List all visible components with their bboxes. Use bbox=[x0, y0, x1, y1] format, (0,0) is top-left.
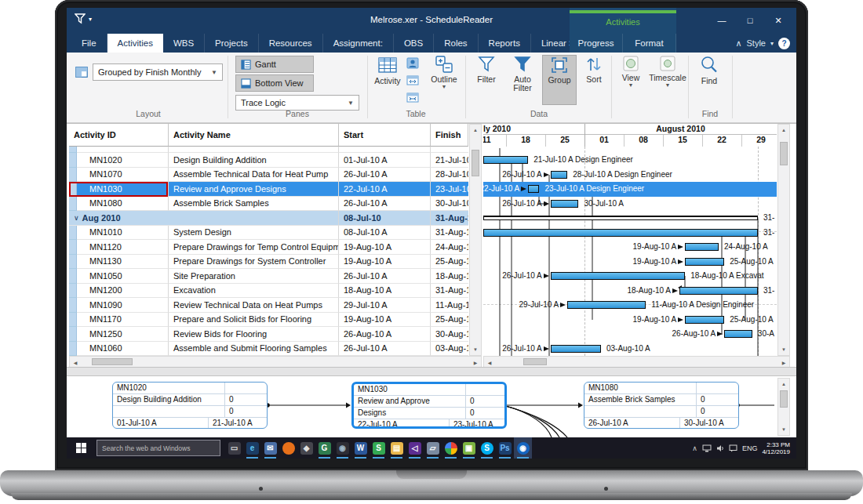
ribbon-tab-obs[interactable]: OBS bbox=[394, 34, 434, 53]
table-row[interactable]: MN1130Prepare Drawings for System Contro… bbox=[69, 255, 468, 270]
bottom-view-dropdown[interactable]: Trace Logic▼ bbox=[235, 95, 359, 111]
green-app-icon[interactable]: G bbox=[315, 437, 333, 459]
ribbon-tab-projects[interactable]: Projects bbox=[205, 34, 259, 53]
table-row[interactable]: MN1250Review Bids for Flooring26-Aug-10 … bbox=[69, 327, 468, 342]
action-center-icon[interactable] bbox=[729, 444, 737, 452]
column-header-finish[interactable]: Finish bbox=[431, 124, 468, 147]
scroll-down-arrow[interactable]: ▼ bbox=[470, 344, 481, 355]
maximize-button[interactable]: □ bbox=[740, 13, 760, 28]
column-header-start[interactable]: Start bbox=[339, 124, 431, 147]
gantt-row[interactable]: 19-Aug-10 A25-Aug-10 A bbox=[483, 313, 777, 328]
ribbon-tab-progress-up[interactable]: Progress Up bbox=[570, 34, 623, 53]
insert-column-icon[interactable] bbox=[406, 74, 420, 87]
hide-column-icon[interactable] bbox=[406, 92, 420, 104]
gantt-row[interactable]: 19-Aug-10 A25-Aug-10 A bbox=[483, 255, 777, 270]
layout-dropdown[interactable]: Grouped by Finish Monthly▼ bbox=[93, 63, 223, 81]
table-hscrollbar[interactable]: ◀ ▶ bbox=[69, 356, 482, 368]
ribbon-tab-activities[interactable]: Activities bbox=[107, 34, 163, 53]
table-row[interactable]: MN1030Review and Approve Designs22-Jul-1… bbox=[69, 182, 468, 197]
visual-studio-icon[interactable]: ◁ bbox=[406, 437, 424, 459]
taskbar-clock[interactable]: 2:33 PM 4/12/2019 bbox=[762, 441, 790, 455]
skype-icon[interactable]: S bbox=[478, 437, 496, 459]
scroll-up-arrow[interactable]: ▲ bbox=[778, 125, 789, 136]
find-button[interactable]: Find bbox=[691, 55, 727, 105]
tray-expand-icon[interactable]: ∧ bbox=[692, 444, 697, 452]
bottom-view-toggle[interactable]: Bottom View bbox=[235, 74, 314, 92]
scroll-up-arrow[interactable]: ▲ bbox=[470, 125, 481, 136]
gantt-row[interactable]: 19-Aug-10 A24-Aug-10 A bbox=[483, 240, 777, 255]
table-vscroll-thumb[interactable] bbox=[472, 150, 479, 176]
group-row[interactable]: ∨Aug 201008-Jul-1031-Aug-1 bbox=[69, 211, 468, 226]
language-indicator[interactable]: ENG bbox=[742, 444, 758, 452]
ribbon-tab-roles[interactable]: Roles bbox=[434, 34, 478, 53]
task-view-icon[interactable]: ▭ bbox=[225, 437, 243, 459]
trace-activity-box[interactable]: MN1080Assemble Brick Samples0026-Jul-10 … bbox=[584, 382, 739, 429]
schedulereader-icon[interactable]: ◉ bbox=[514, 437, 532, 459]
chrome-icon[interactable] bbox=[442, 437, 460, 459]
ribbon-tab-reports[interactable]: Reports bbox=[479, 34, 531, 53]
table-hscroll-thumb[interactable] bbox=[92, 358, 133, 365]
task-bar[interactable] bbox=[528, 185, 539, 193]
gantt-hscroll-thumb[interactable] bbox=[523, 358, 547, 365]
ribbon-tab-assignment-[interactable]: Assignment: bbox=[323, 34, 394, 53]
gantt-row[interactable]: 22-Jul-10 A23-Jul-10 A Design Engineer bbox=[483, 182, 777, 197]
table-row[interactable]: MN1020Design Building Addition01-Jul-10 … bbox=[69, 153, 468, 168]
trace-vscroll-thumb[interactable] bbox=[780, 390, 788, 408]
activity-table-button[interactable]: Activity bbox=[370, 55, 406, 105]
scroll-down-arrow[interactable]: ▼ bbox=[778, 424, 789, 435]
inkscape-icon[interactable]: ◆ bbox=[297, 437, 315, 459]
collapse-ribbon-icon[interactable]: ∧ bbox=[735, 38, 741, 49]
task-bar[interactable] bbox=[679, 287, 758, 295]
group-button[interactable]: Group bbox=[542, 55, 577, 105]
spreadsheet-app-icon[interactable]: S bbox=[370, 437, 388, 459]
network-icon[interactable] bbox=[702, 444, 712, 452]
gantt-vscroll-thumb[interactable] bbox=[780, 142, 788, 165]
help-button[interactable]: ? bbox=[778, 38, 790, 49]
internet-explorer-icon[interactable]: e bbox=[243, 437, 261, 459]
mail-app-icon[interactable]: ✉ bbox=[261, 437, 279, 459]
scroll-down-arrow[interactable]: ▼ bbox=[778, 344, 789, 355]
file-explorer-icon[interactable]: ▤ bbox=[388, 437, 406, 459]
table-row[interactable]: MN1060Assemble and Submit Flooring Sampl… bbox=[69, 342, 468, 357]
gantt-row[interactable]: 18-Aug-10 A31- bbox=[483, 284, 777, 299]
ribbon-tab-format[interactable]: Format bbox=[623, 34, 676, 53]
gantt-row[interactable]: 21-Jul-10 A Design Engineer bbox=[483, 153, 777, 168]
task-bar[interactable] bbox=[724, 330, 752, 338]
table-row[interactable]: MN1080Assemble Brick Samples26-Jul-10 A3… bbox=[69, 197, 468, 212]
task-bar[interactable] bbox=[567, 301, 646, 309]
gantt-row[interactable]: 26-Aug-10 A30-A bbox=[483, 327, 777, 342]
task-bar[interactable] bbox=[685, 243, 719, 251]
table-row[interactable]: MN1120Prepare Drawings for Temp Control … bbox=[69, 240, 468, 255]
column-header-activity-name[interactable]: Activity Name bbox=[169, 124, 339, 147]
taskbar-search-input[interactable]: Search the web and Windows bbox=[96, 440, 220, 456]
table-vscrollbar[interactable]: ▲ ▼ bbox=[469, 124, 482, 356]
table-row[interactable]: MN1200Excavation18-Aug-10 A31-Aug-1 bbox=[69, 284, 468, 299]
scroll-left-arrow[interactable]: ◀ bbox=[70, 357, 81, 368]
task-bar[interactable] bbox=[483, 156, 528, 164]
outline-button[interactable]: Outline ▼ bbox=[424, 55, 464, 105]
task-bar[interactable] bbox=[685, 258, 724, 266]
pane-splitter[interactable] bbox=[67, 367, 796, 376]
scroll-right-arrow[interactable]: ▶ bbox=[470, 357, 481, 368]
task-bar[interactable] bbox=[551, 345, 601, 353]
camera-app-icon[interactable]: ◉ bbox=[333, 437, 351, 459]
gantt-row[interactable]: 26-Jul-10 A30-Jul-10 A bbox=[483, 197, 777, 212]
style-menu[interactable]: Style bbox=[747, 38, 766, 48]
style-caret-icon[interactable]: ▾ bbox=[770, 40, 774, 47]
summary-bar[interactable] bbox=[483, 216, 758, 220]
table-row[interactable]: MN1090Review Technical Data on Heat Pump… bbox=[69, 298, 468, 313]
word-icon[interactable]: W bbox=[351, 437, 370, 459]
task-bar[interactable] bbox=[483, 229, 758, 237]
gantt-row[interactable]: 29-Jul-10 A11-Aug-10 A Design Engineer bbox=[483, 298, 777, 313]
gantt-hscrollbar[interactable]: ◀ ▶ bbox=[483, 356, 790, 368]
gantt-vscrollbar[interactable]: ▲ ▼ bbox=[777, 124, 790, 356]
volume-icon[interactable] bbox=[716, 444, 724, 452]
ribbon-tab-file[interactable]: File bbox=[71, 34, 107, 53]
document-app-icon[interactable]: ▱ bbox=[424, 437, 442, 459]
task-bar[interactable] bbox=[551, 272, 685, 280]
sort-button[interactable]: Sort bbox=[578, 55, 610, 105]
start-button[interactable] bbox=[67, 437, 95, 459]
scroll-left-arrow[interactable]: ◀ bbox=[484, 357, 495, 368]
task-bar[interactable] bbox=[685, 316, 724, 324]
ribbon-tab-resources[interactable]: Resources bbox=[259, 34, 323, 53]
